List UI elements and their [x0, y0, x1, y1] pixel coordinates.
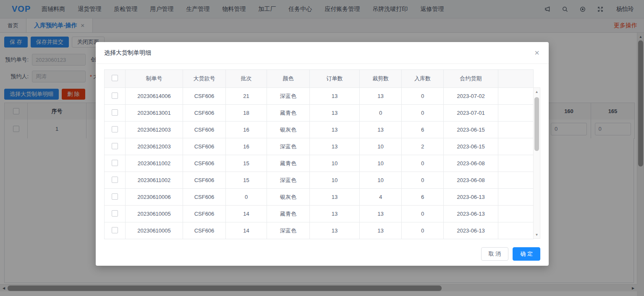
table-cell: 13 [310, 105, 360, 122]
table-cell: 13 [360, 122, 402, 138]
row-select-cell [105, 105, 126, 122]
column-header: 批次 [226, 70, 267, 88]
checkbox[interactable] [112, 75, 118, 81]
table-cell: 2023-07-01 [444, 105, 498, 122]
column-header: 裁剪数 [360, 70, 402, 88]
table-cell: CSF606 [183, 138, 226, 155]
row-filler-cell [498, 105, 534, 122]
table-cell: 2023-06-15 [444, 122, 498, 138]
checkbox[interactable] [112, 109, 118, 116]
table-row: 20230612003CSF60616银灰色131362023-06-15 [105, 122, 534, 138]
modal-scroll-thumb[interactable] [534, 97, 539, 151]
modal-scroll-down-arrow[interactable]: ▼ [534, 231, 540, 238]
table-cell: 13 [360, 206, 402, 222]
table-cell: 2023-06-15 [444, 138, 498, 155]
row-select-cell [105, 189, 126, 206]
table-cell: 20230611002 [126, 172, 183, 189]
table-cell: 0 [402, 105, 444, 122]
table-cell: 13 [310, 88, 360, 105]
table-cell: 18 [226, 105, 267, 122]
modal-header: 选择大货制单明细 ✕ [96, 42, 549, 64]
table-cell: 13 [310, 189, 360, 206]
table-cell: 10 [310, 155, 360, 172]
column-header: 合约货期 [444, 70, 498, 88]
column-header: 大货款号 [183, 70, 226, 88]
table-cell: 0 [402, 172, 444, 189]
ok-button[interactable]: 确 定 [513, 247, 540, 261]
checkbox[interactable] [112, 227, 118, 233]
table-cell: 10 [310, 172, 360, 189]
table-cell: 16 [226, 122, 267, 138]
table-cell: 0 [402, 88, 444, 105]
checkbox[interactable] [112, 193, 118, 200]
header-select-all [105, 70, 126, 88]
checkbox[interactable] [112, 92, 118, 99]
table-row: 20230612003CSF60616深蓝色131022023-06-15 [105, 138, 534, 155]
row-filler-cell [498, 189, 534, 206]
table-cell: CSF606 [183, 222, 226, 239]
table-cell: CSF606 [183, 155, 226, 172]
select-detail-modal: 选择大货制单明细 ✕ 制单号大货款号批次颜色订单数裁剪数入库数合约货期 2023… [96, 42, 549, 266]
checkbox[interactable] [112, 126, 118, 132]
table-cell: CSF606 [183, 105, 226, 122]
row-select-cell [105, 122, 126, 138]
table-cell: 2023-06-13 [444, 189, 498, 206]
table-cell: 20230611002 [126, 155, 183, 172]
modal-table-scrollbar[interactable]: ▲ ▼ [533, 87, 540, 239]
row-filler-cell [498, 138, 534, 155]
checkbox[interactable] [112, 210, 118, 217]
table-cell: 10 [360, 172, 402, 189]
table-row: 20230610006CSF6060银灰色13462023-06-13 [105, 189, 534, 206]
row-filler-cell [498, 222, 534, 239]
table-cell: 深蓝色 [267, 138, 310, 155]
modal-scroll-up-arrow[interactable]: ▲ [534, 88, 540, 95]
modal-table-wrapper: 制单号大货款号批次颜色订单数裁剪数入库数合约货期 20230614006CSF6… [104, 69, 540, 239]
table-cell: 13 [360, 88, 402, 105]
table-cell: 藏青色 [267, 155, 310, 172]
table-cell: 0 [226, 189, 267, 206]
table-cell: 13 [310, 122, 360, 138]
column-header: 订单数 [310, 70, 360, 88]
table-cell: 20230610006 [126, 189, 183, 206]
table-cell: 0 [402, 155, 444, 172]
table-row: 20230613001CSF60618藏青色13002023-07-01 [105, 105, 534, 122]
table-cell: 20230610005 [126, 206, 183, 222]
table-cell: 21 [226, 88, 267, 105]
table-cell: 银灰色 [267, 189, 310, 206]
table-cell: 20230612003 [126, 138, 183, 155]
table-cell: 13 [310, 222, 360, 239]
close-icon[interactable]: ✕ [532, 48, 542, 58]
table-row: 20230611002CSF60615深蓝色101002023-06-08 [105, 172, 534, 189]
row-select-cell [105, 138, 126, 155]
header-filler [498, 70, 534, 88]
row-select-cell [105, 88, 126, 105]
table-cell: CSF606 [183, 206, 226, 222]
table-cell: 10 [360, 155, 402, 172]
row-filler-cell [498, 155, 534, 172]
row-select-cell [105, 155, 126, 172]
checkbox[interactable] [112, 177, 118, 183]
row-filler-cell [498, 88, 534, 105]
table-cell: 14 [226, 206, 267, 222]
table-cell: CSF606 [183, 88, 226, 105]
row-filler-cell [498, 172, 534, 189]
cancel-button[interactable]: 取 消 [481, 247, 509, 261]
row-select-cell [105, 172, 126, 189]
table-cell: 14 [226, 222, 267, 239]
table-cell: 藏青色 [267, 105, 310, 122]
table-cell: 20230613001 [126, 105, 183, 122]
checkbox[interactable] [112, 160, 118, 166]
column-header: 入库数 [402, 70, 444, 88]
table-cell: 2023-06-13 [444, 206, 498, 222]
table-cell: 20230614006 [126, 88, 183, 105]
table-cell: 20230610005 [126, 222, 183, 239]
table-cell: 13 [310, 206, 360, 222]
modal-title: 选择大货制单明细 [104, 49, 151, 57]
table-row: 20230610005CSF60614深蓝色131302023-06-13 [105, 222, 534, 239]
row-filler-cell [498, 206, 534, 222]
table-cell: 6 [402, 189, 444, 206]
modal-table-header-row: 制单号大货款号批次颜色订单数裁剪数入库数合约货期 [105, 70, 534, 88]
checkbox[interactable] [112, 143, 118, 149]
table-row: 20230614006CSF60621深蓝色131302023-07-02 [105, 88, 534, 105]
table-cell: 16 [226, 138, 267, 155]
